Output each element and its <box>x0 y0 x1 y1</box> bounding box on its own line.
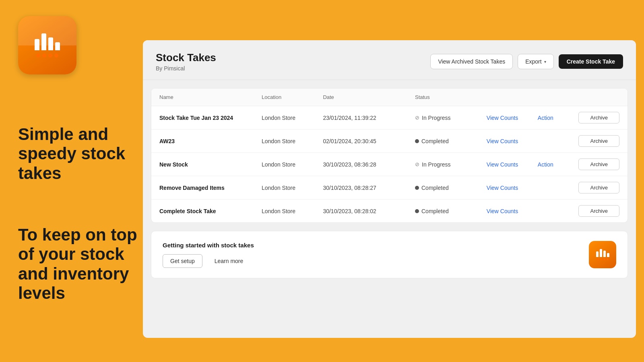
row-status: Completed <box>415 208 487 214</box>
get-setup-button[interactable]: Get setup <box>163 254 202 268</box>
table-row: Complete Stock Take London Store 30/10/2… <box>151 200 627 222</box>
logo-dots <box>36 53 58 58</box>
gs-dot-1 <box>597 258 599 260</box>
export-button[interactable]: Export ▾ <box>518 54 553 69</box>
logo-dot-4 <box>54 53 58 58</box>
col-name: Name <box>159 94 262 100</box>
row-status: Completed <box>415 185 487 191</box>
table-header: Name Location Date Status <box>151 88 627 106</box>
logo-dot-2 <box>42 53 46 58</box>
col-actions-3 <box>578 94 619 100</box>
col-actions-2 <box>538 94 579 100</box>
row-status: Completed <box>415 138 487 144</box>
logo-bars <box>35 33 60 50</box>
row-status: ⊘ In Progress <box>415 115 487 121</box>
col-location: Location <box>262 94 323 100</box>
in-progress-icon: ⊘ <box>415 161 419 167</box>
status-text: In Progress <box>422 115 451 121</box>
row-name: AW23 <box>159 138 262 144</box>
archive-button[interactable]: Archive <box>578 112 619 123</box>
row-date: 23/01/2024, 11:39:22 <box>323 115 415 121</box>
row-name: Complete Stock Take <box>159 208 262 214</box>
col-status: Status <box>415 94 487 100</box>
view-archived-button[interactable]: View Archived Stock Takes <box>430 54 513 69</box>
view-counts-link[interactable]: View Counts <box>487 138 538 144</box>
logo-bar-4 <box>55 42 60 50</box>
action-link[interactable]: Action <box>538 115 579 121</box>
create-stock-take-button[interactable]: Create Stock Take <box>559 54 623 69</box>
gs-bars <box>596 249 609 257</box>
logo-dot-1 <box>36 53 40 58</box>
view-counts-link[interactable]: View Counts <box>487 161 538 168</box>
logo-inner <box>35 33 60 58</box>
getting-started-section: Getting started with stock takes Get set… <box>151 231 628 278</box>
row-name: Remove Damaged Items <box>159 185 262 191</box>
row-location: London Store <box>262 208 323 214</box>
row-name: Stock Take Tue Jan 23 2024 <box>159 115 262 121</box>
main-panel: Stock Takes By Pimsical View Archived St… <box>143 40 636 338</box>
gs-bar-4 <box>607 253 609 257</box>
gs-content: Getting started with stock takes Get set… <box>163 242 254 268</box>
table-row: Stock Take Tue Jan 23 2024 London Store … <box>151 106 627 130</box>
archive-button[interactable]: Archive <box>578 158 619 170</box>
status-text: Completed <box>421 208 449 214</box>
row-date: 30/10/2023, 08:36:28 <box>323 161 415 168</box>
row-date: 30/10/2023, 08:28:27 <box>323 185 415 191</box>
col-actions-1 <box>487 94 538 100</box>
table-row: New Stock London Store 30/10/2023, 08:36… <box>151 153 627 176</box>
row-location: London Store <box>262 138 323 144</box>
gs-title: Getting started with stock takes <box>163 242 254 249</box>
logo-bar-2 <box>41 33 46 50</box>
logo-dot-3 <box>48 53 52 58</box>
logo-bar-1 <box>35 39 39 50</box>
gs-logo-inner <box>596 249 609 260</box>
gs-dots <box>597 258 609 260</box>
completed-icon <box>415 139 419 143</box>
header-actions: View Archived Stock Takes Export ▾ Creat… <box>430 54 623 69</box>
row-date: 02/01/2024, 20:30:45 <box>323 138 415 144</box>
status-text: Completed <box>421 138 449 144</box>
archive-button[interactable]: Archive <box>578 205 619 217</box>
row-name: New Stock <box>159 161 262 168</box>
view-counts-link[interactable]: View Counts <box>487 185 538 191</box>
gs-bar-3 <box>603 251 606 257</box>
page-title: Stock Takes <box>156 51 216 64</box>
view-counts-link[interactable]: View Counts <box>487 115 538 121</box>
tagline-2: To keep on top of your stock and invento… <box>18 225 143 303</box>
completed-icon <box>415 209 419 213</box>
action-link[interactable]: Action <box>538 161 579 168</box>
gs-buttons: Get setup Learn more <box>163 254 254 268</box>
logo-bar-3 <box>48 37 53 50</box>
status-text: In Progress <box>422 161 451 168</box>
in-progress-icon: ⊘ <box>415 115 419 121</box>
status-text: Completed <box>421 185 449 191</box>
export-label: Export <box>525 58 541 65</box>
logo-container <box>18 16 76 74</box>
archive-button[interactable]: Archive <box>578 135 619 147</box>
panel-header: Stock Takes By Pimsical View Archived St… <box>143 40 636 80</box>
learn-more-button[interactable]: Learn more <box>207 254 251 268</box>
gs-dot-4 <box>607 258 609 260</box>
tagline-1: Simple and speedy stock takes <box>18 125 139 183</box>
gs-bar-2 <box>600 249 602 257</box>
completed-icon <box>415 186 419 190</box>
table-row: Remove Damaged Items London Store 30/10/… <box>151 176 627 200</box>
chevron-down-icon: ▾ <box>544 60 546 64</box>
gs-bar-1 <box>596 251 599 257</box>
stock-takes-table: Name Location Date Status Stock Take Tue… <box>151 88 628 223</box>
row-location: London Store <box>262 115 323 121</box>
gs-logo <box>589 241 616 268</box>
page-subtitle: By Pimsical <box>156 65 216 72</box>
col-date: Date <box>323 94 415 100</box>
gs-dot-2 <box>600 258 602 260</box>
row-date: 30/10/2023, 08:28:02 <box>323 208 415 214</box>
archive-button[interactable]: Archive <box>578 182 619 193</box>
table-body: Stock Take Tue Jan 23 2024 London Store … <box>151 106 627 222</box>
gs-dot-3 <box>603 258 605 260</box>
header-title-group: Stock Takes By Pimsical <box>156 51 216 72</box>
row-status: ⊘ In Progress <box>415 161 487 168</box>
app-logo <box>18 16 76 74</box>
table-row: AW23 London Store 02/01/2024, 20:30:45 C… <box>151 130 627 153</box>
view-counts-link[interactable]: View Counts <box>487 208 538 214</box>
row-location: London Store <box>262 185 323 191</box>
